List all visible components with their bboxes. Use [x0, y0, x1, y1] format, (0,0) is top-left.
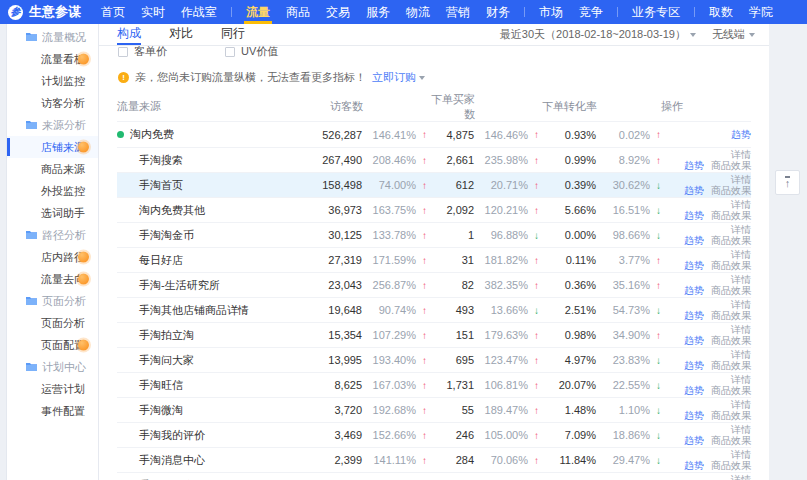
- tab-item[interactable]: 对比: [169, 24, 193, 45]
- trend-link[interactable]: 趋势: [684, 410, 704, 421]
- sidebar-item[interactable]: 运营计划: [7, 378, 98, 400]
- tab-active[interactable]: 构成: [117, 24, 141, 45]
- up-arrow-icon: ↑: [416, 430, 427, 441]
- detail-link[interactable]: 详情: [731, 424, 751, 435]
- nav-item[interactable]: 商品: [278, 0, 318, 24]
- metric-checkbox[interactable]: 客单价: [118, 46, 167, 59]
- nav-item[interactable]: 物流: [398, 0, 438, 24]
- subscribe-link[interactable]: 立即订购: [372, 70, 425, 85]
- sidebar-item[interactable]: 商品来源: [7, 158, 98, 180]
- back-to-top-button[interactable]: ↑: [775, 170, 800, 195]
- sidebar-group-header[interactable]: 计划中心: [7, 356, 98, 378]
- down-arrow-icon: ↓: [650, 380, 661, 391]
- sidebar-item[interactable]: 页面分析: [7, 312, 98, 334]
- metric-change: 20.71%: [474, 179, 528, 191]
- metric-cell: 27,319171.59%↑: [295, 254, 427, 266]
- sidebar-item[interactable]: 访客分析: [7, 92, 98, 114]
- sidebar-group-header[interactable]: 流量概况: [7, 26, 98, 48]
- trend-link[interactable]: 趋势: [731, 128, 751, 142]
- nav-item[interactable]: 市场: [531, 0, 571, 24]
- detail-link[interactable]: 详情: [731, 349, 751, 360]
- terminal-selector[interactable]: 无线端: [712, 27, 755, 42]
- nav-item[interactable]: 首页: [93, 0, 133, 24]
- metric-cell: 4,875146.46%↑: [427, 129, 539, 141]
- item-effect-link[interactable]: 商品效果: [711, 335, 751, 346]
- nav-item[interactable]: 作战室: [173, 0, 225, 24]
- detail-link[interactable]: 详情: [731, 224, 751, 235]
- metric-value: 36,973: [328, 204, 362, 216]
- detail-link[interactable]: 详情: [731, 374, 751, 385]
- source-name: 淘内免费其他: [139, 203, 205, 218]
- item-effect-link[interactable]: 商品效果: [711, 260, 751, 271]
- trend-link[interactable]: 趋势: [684, 160, 704, 171]
- detail-link[interactable]: 详情: [731, 449, 751, 460]
- item-effect-link[interactable]: 商品效果: [711, 460, 751, 471]
- nav-item[interactable]: 学院: [741, 0, 781, 24]
- sidebar-group-header[interactable]: 页面分析: [7, 290, 98, 312]
- nav-item[interactable]: 营销: [438, 0, 478, 24]
- metric-checkbox[interactable]: UV价值: [225, 46, 278, 59]
- trend-link[interactable]: 趋势: [684, 210, 704, 221]
- trend-link[interactable]: 趋势: [684, 285, 704, 296]
- sidebar-item[interactable]: 计划监控: [7, 70, 98, 92]
- item-effect-link[interactable]: 商品效果: [711, 360, 751, 371]
- metric-cell: 151179.63%↑: [427, 329, 539, 341]
- nav-item[interactable]: 交易: [318, 0, 358, 24]
- trend-link[interactable]: 趋势: [684, 435, 704, 446]
- detail-link[interactable]: 详情: [731, 399, 751, 410]
- detail-link[interactable]: 详情: [731, 149, 751, 160]
- nav-item[interactable]: 业务专区: [624, 0, 688, 24]
- item-effect-link[interactable]: 商品效果: [711, 285, 751, 296]
- sidebar-item[interactable]: 选词助手: [7, 202, 98, 224]
- operations-line: 详情: [731, 474, 751, 480]
- nav-item[interactable]: 实时: [133, 0, 173, 24]
- sidebar-item[interactable]: 页面配置: [7, 334, 98, 356]
- trend-link[interactable]: 趋势: [684, 260, 704, 271]
- metric-value: 267,490: [322, 154, 362, 166]
- operations-line: 趋势商品效果: [684, 235, 751, 246]
- date-range-selector[interactable]: 最近30天（2018-02-18~2018-03-19）: [500, 27, 696, 42]
- detail-link[interactable]: 详情: [731, 299, 751, 310]
- trend-link[interactable]: 趋势: [684, 360, 704, 371]
- sidebar-item[interactable]: 流量去向: [7, 268, 98, 290]
- trend-link[interactable]: 趋势: [684, 460, 704, 471]
- nav-item[interactable]: 竞争: [571, 0, 611, 24]
- item-effect-link[interactable]: 商品效果: [711, 160, 751, 171]
- metric-value: 151: [456, 329, 474, 341]
- detail-link[interactable]: 详情: [731, 199, 751, 210]
- sidebar-item[interactable]: 流量看板: [7, 48, 98, 70]
- trend-link[interactable]: 趋势: [684, 185, 704, 196]
- trend-link[interactable]: 趋势: [684, 235, 704, 246]
- tab-item[interactable]: 同行: [221, 24, 245, 45]
- trend-link[interactable]: 趋势: [684, 385, 704, 396]
- sidebar-item[interactable]: 店内路径: [7, 246, 98, 268]
- brand[interactable]: 参 生意参谋: [8, 3, 81, 21]
- detail-link[interactable]: 详情: [731, 324, 751, 335]
- sidebar-item[interactable]: 事件配置: [7, 400, 98, 422]
- trend-link[interactable]: 趋势: [684, 310, 704, 321]
- sycm-logo-icon: 参: [8, 5, 23, 20]
- metric-value: 27,319: [328, 254, 362, 266]
- nav-item[interactable]: 财务: [478, 0, 518, 24]
- detail-link[interactable]: 详情: [731, 174, 751, 185]
- sidebar-item[interactable]: 店铺来源: [7, 136, 98, 158]
- trend-link[interactable]: 趋势: [684, 335, 704, 346]
- nav-item[interactable]: 流量: [238, 0, 278, 24]
- item-effect-link[interactable]: 商品效果: [711, 435, 751, 446]
- item-effect-link[interactable]: 商品效果: [711, 310, 751, 321]
- sidebar-group-header[interactable]: 路径分析: [7, 224, 98, 246]
- nav-item[interactable]: 服务: [358, 0, 398, 24]
- source-name-cell[interactable]: 淘内免费: [117, 127, 295, 142]
- item-effect-link[interactable]: 商品效果: [711, 385, 751, 396]
- sidebar-group-header[interactable]: 来源分析: [7, 114, 98, 136]
- detail-link[interactable]: 详情: [731, 249, 751, 260]
- item-effect-link[interactable]: 商品效果: [711, 210, 751, 221]
- item-effect-link[interactable]: 商品效果: [711, 185, 751, 196]
- detail-link[interactable]: 详情: [731, 474, 751, 480]
- item-effect-link[interactable]: 商品效果: [711, 410, 751, 421]
- detail-link[interactable]: 详情: [731, 274, 751, 285]
- operations-cell: 详情趋势商品效果: [661, 274, 751, 296]
- item-effect-link[interactable]: 商品效果: [711, 235, 751, 246]
- sidebar-item[interactable]: 外投监控: [7, 180, 98, 202]
- nav-item[interactable]: 取数: [701, 0, 741, 24]
